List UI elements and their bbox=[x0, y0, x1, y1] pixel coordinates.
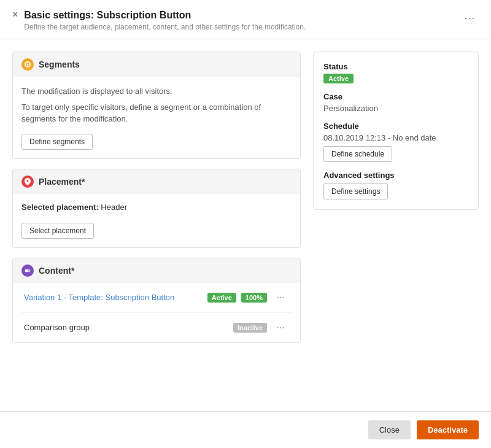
segments-section: Segments The modification is displayed t… bbox=[12, 52, 301, 159]
case-label: Case bbox=[323, 92, 468, 101]
status-block: Status Active bbox=[323, 62, 468, 83]
placement-section: Placement* Selected placement: Header Se… bbox=[12, 169, 301, 248]
segments-title: Segments bbox=[39, 60, 80, 69]
segments-text1: The modification is displayed to all vis… bbox=[21, 85, 292, 98]
modal-subtitle: Define the target audience, placement, c… bbox=[24, 23, 306, 31]
variation-2-name: Comparison group bbox=[24, 323, 228, 332]
status-badge: Active bbox=[323, 74, 354, 83]
placement-header: Placement* bbox=[13, 169, 300, 194]
select-placement-button[interactable]: Select placement bbox=[21, 223, 94, 239]
close-icon[interactable]: × bbox=[12, 10, 18, 20]
svg-point-1 bbox=[27, 64, 29, 66]
content-title: Content* bbox=[39, 266, 74, 276]
modal-body: Segments The modification is displayed t… bbox=[0, 39, 491, 411]
define-schedule-button[interactable]: Define schedule bbox=[323, 146, 392, 162]
advanced-settings-block: Advanced settings Define settings bbox=[323, 171, 468, 199]
segments-icon bbox=[21, 58, 34, 71]
placement-label: Selected placement: bbox=[21, 203, 99, 212]
placement-value-text: Header bbox=[101, 203, 127, 212]
variation-1-menu-button[interactable]: ··· bbox=[272, 289, 289, 306]
svg-point-3 bbox=[28, 269, 31, 272]
variation-2-menu-button[interactable]: ··· bbox=[272, 319, 289, 336]
placement-detail: Selected placement: Header bbox=[21, 203, 292, 212]
deactivate-button[interactable]: Deactivate bbox=[417, 420, 479, 439]
right-panel: Status Active Case Personalization Sched… bbox=[313, 52, 479, 210]
variation-1-dots-icon: ··· bbox=[276, 292, 284, 303]
placement-title: Placement* bbox=[39, 177, 85, 187]
modal-footer: Close Deactivate bbox=[0, 411, 491, 448]
schedule-block: Schedule 08.10.2019 12:13 - No end date … bbox=[323, 122, 468, 162]
left-panel: Segments The modification is displayed t… bbox=[12, 52, 301, 399]
placement-icon bbox=[21, 176, 34, 188]
content-header: Content* bbox=[13, 258, 300, 283]
variation-2-status-badge: Inactive bbox=[233, 323, 267, 333]
case-value: Personalization bbox=[323, 104, 468, 113]
variation-row-1: Variation 1 - Template: Subscription But… bbox=[21, 283, 292, 313]
case-block: Case Personalization bbox=[323, 92, 468, 113]
modal-title: Basic settings: Subscription Button bbox=[24, 10, 306, 21]
status-label: Status bbox=[323, 62, 468, 71]
define-segments-button[interactable]: Define segments bbox=[21, 134, 93, 150]
variation-2-dots-icon: ··· bbox=[276, 322, 284, 333]
placement-body: Selected placement: Header Select placem… bbox=[13, 194, 300, 247]
define-settings-button[interactable]: Define settings bbox=[323, 183, 388, 199]
segments-header: Segments bbox=[13, 52, 300, 77]
segments-body: The modification is displayed to all vis… bbox=[13, 77, 300, 158]
variation-row-2: Comparison group Inactive ··· bbox=[21, 313, 292, 342]
schedule-value: 08.10.2019 12:13 - No end date bbox=[323, 133, 468, 142]
header-menu-icon[interactable]: ⋯ bbox=[460, 10, 479, 26]
variation-1-link[interactable]: Variation 1 - Template: Subscription But… bbox=[24, 293, 203, 302]
content-icon bbox=[21, 265, 34, 277]
schedule-label: Schedule bbox=[323, 122, 468, 131]
segments-text2: To target only specific visitors, define… bbox=[21, 101, 292, 125]
content-body: Variation 1 - Template: Subscription But… bbox=[13, 283, 300, 342]
advanced-settings-label: Advanced settings bbox=[323, 171, 468, 180]
close-button[interactable]: Close bbox=[368, 420, 411, 439]
variation-1-percent-badge: 100% bbox=[241, 293, 267, 303]
variation-1-status-badge: Active bbox=[207, 293, 236, 303]
modal-header: × Basic settings: Subscription Button De… bbox=[0, 0, 491, 39]
content-section: Content* Variation 1 - Template: Subscri… bbox=[12, 258, 301, 343]
